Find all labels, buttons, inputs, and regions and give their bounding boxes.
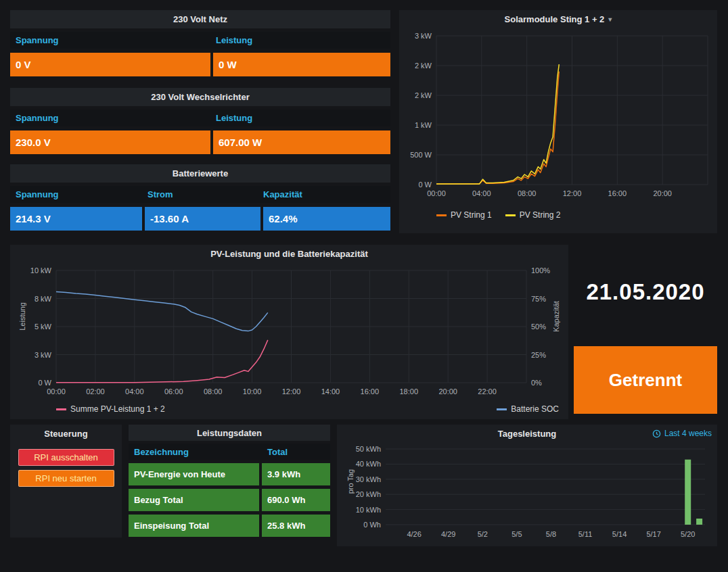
x-axis-tick: 4/26 bbox=[407, 530, 421, 538]
y-axis-label-right: Kapazität bbox=[552, 296, 560, 337]
rpi-restart-button[interactable]: RPI neu starten bbox=[18, 470, 114, 487]
panel-title-text: PV-Leistung und die Batteriekapazität bbox=[210, 249, 368, 259]
row-label: Bezug Total bbox=[129, 489, 259, 511]
x-axis-tick: 4/29 bbox=[441, 530, 455, 538]
panel-title: 230 Volt Wechselrichter bbox=[10, 88, 390, 106]
column-header-bezeichnung: Bezeichnung bbox=[129, 447, 262, 457]
value-batt-kapazitaet: 62.4% bbox=[263, 207, 390, 231]
x-axis-tick: 06:00 bbox=[164, 387, 183, 396]
x-axis-tick: 16:00 bbox=[608, 189, 627, 197]
legend-pv-string-1[interactable]: PV String 1 bbox=[436, 210, 492, 220]
legend-line-icon bbox=[436, 214, 447, 216]
y-axis-tick: 0 Wh bbox=[363, 521, 381, 529]
column-header-leistung: Leistung bbox=[210, 35, 390, 45]
x-axis-tick: 5/20 bbox=[681, 530, 695, 538]
x-axis-tick: 5/8 bbox=[546, 530, 556, 538]
tagesleistung-chart: 50 kWh40 kWh30 kWh20 kWh10 kWh0 Wh4/264/… bbox=[337, 442, 717, 545]
date-value: 21.05.2020 bbox=[586, 279, 704, 305]
y-axis-tick: 3 kW bbox=[415, 32, 432, 40]
y-axis-label-left: Leistung bbox=[18, 296, 26, 337]
panel-tagesleistung: Tagesleistung Last 4 weeks 50 kWh40 kWh3… bbox=[337, 425, 717, 546]
panel-title: Leistungsdaten bbox=[129, 425, 330, 441]
y-axis-tick: 50 kWh bbox=[356, 445, 381, 453]
x-axis-tick: 14:00 bbox=[321, 387, 340, 396]
y-axis-label: pro Tag bbox=[346, 462, 355, 500]
y-axis-tick-left: 3 kW bbox=[35, 351, 52, 359]
x-axis-tick: 12:00 bbox=[563, 189, 582, 197]
rpi-shutdown-button[interactable]: RPI ausschalten bbox=[18, 449, 114, 466]
x-axis-tick: 20:00 bbox=[653, 189, 672, 197]
legend-summe-pv[interactable]: Summe PV-Leistung 1 + 2 bbox=[56, 404, 165, 414]
panel-batteriewerte: Batteriewerte Spannung Strom Kapazität 2… bbox=[10, 164, 390, 231]
panel-title-text: Tagesleistung bbox=[498, 429, 556, 439]
value-batt-spannung: 214.3 V bbox=[10, 207, 142, 231]
value-netz-leistung: 0 W bbox=[213, 53, 390, 76]
x-axis-tick: 5/17 bbox=[646, 530, 660, 538]
panel-title: PV-Leistung und die Batteriekapazität bbox=[10, 245, 568, 262]
dashboard: 230 Volt Netz Spannung Leistung 0 V 0 W … bbox=[0, 0, 728, 572]
legend-line-icon bbox=[56, 408, 66, 410]
legend-label: Summe PV-Leistung 1 + 2 bbox=[70, 404, 165, 414]
x-axis-tick: 08:00 bbox=[518, 189, 537, 197]
y-axis-tick: 2 kW bbox=[415, 91, 432, 99]
panel-title: Tagesleistung Last 4 weeks bbox=[337, 425, 717, 442]
series-line bbox=[56, 292, 268, 331]
panel-wechselrichter: 230 Volt Wechselrichter Spannung Leistun… bbox=[10, 88, 390, 154]
bar bbox=[685, 460, 691, 525]
y-axis-tick: 30 kWh bbox=[356, 475, 381, 483]
column-header-spannung: Spannung bbox=[10, 189, 142, 199]
y-axis-tick: 0 W bbox=[418, 181, 432, 189]
panel-leistungsdaten: Leistungsdaten Bezeichnung Total PV-Ener… bbox=[129, 425, 330, 537]
y-axis-tick: 40 kWh bbox=[356, 460, 381, 468]
panel-title: 230 Volt Netz bbox=[10, 10, 390, 28]
y-axis-tick: 1 kW bbox=[415, 121, 432, 129]
y-axis-tick-left: 5 kW bbox=[35, 323, 52, 331]
y-axis-tick-left: 10 kW bbox=[30, 266, 52, 275]
table-row: Bezug Total 690.0 Wh bbox=[129, 489, 330, 511]
y-axis-tick: 20 kWh bbox=[356, 490, 381, 498]
row-value: 3.9 kWh bbox=[262, 463, 330, 485]
status-getrennt: Getrennt bbox=[574, 346, 717, 414]
y-axis-tick-left: 8 kW bbox=[35, 295, 52, 303]
panel-title-text: Steuerung bbox=[44, 429, 87, 439]
x-axis-tick: 18:00 bbox=[399, 387, 418, 396]
value-batt-strom: -13.60 A bbox=[145, 207, 260, 231]
panel-title-dropdown[interactable]: Solarmodule Sting 1 + 2 ▾ bbox=[399, 10, 717, 28]
legend-batterie-soc[interactable]: Batterie SOC bbox=[497, 404, 559, 414]
panel-title-text: Solarmodule Sting 1 + 2 bbox=[505, 14, 605, 24]
x-axis-tick: 10:00 bbox=[243, 387, 262, 396]
table-row: PV-Energie von Heute 3.9 kWh bbox=[129, 463, 330, 485]
status-label: Getrennt bbox=[609, 370, 682, 391]
row-label: PV-Energie von Heute bbox=[129, 463, 259, 485]
y-axis-tick-right: 50% bbox=[531, 323, 546, 331]
legend-pv-string-2[interactable]: PV String 2 bbox=[505, 210, 561, 220]
x-axis-tick: 5/2 bbox=[478, 530, 488, 538]
y-axis-tick-right: 0% bbox=[531, 379, 542, 387]
y-axis-tick-right: 25% bbox=[531, 351, 546, 359]
time-range-picker[interactable]: Last 4 weeks bbox=[652, 425, 712, 442]
panel-solarmodule: Solarmodule Sting 1 + 2 ▾ 3 kW2 kW2 kW1 … bbox=[399, 10, 717, 233]
x-axis-tick: 08:00 bbox=[204, 387, 223, 396]
solar-chart: 3 kW2 kW2 kW1 kW500 W0 W00:0004:0008:001… bbox=[399, 28, 717, 205]
y-axis-tick: 2 kW bbox=[415, 62, 432, 70]
bar bbox=[696, 519, 702, 525]
series-line bbox=[436, 64, 559, 184]
y-axis-tick-left: 0 W bbox=[38, 379, 51, 387]
legend-line-icon bbox=[497, 408, 507, 410]
y-axis-tick: 10 kWh bbox=[356, 506, 381, 514]
legend-line-icon bbox=[505, 214, 516, 216]
legend-label: PV String 2 bbox=[520, 210, 561, 220]
clock-icon bbox=[652, 429, 661, 438]
column-header-spannung: Spannung bbox=[10, 113, 210, 123]
column-header-leistung: Leistung bbox=[210, 113, 390, 123]
time-range-label: Last 4 weeks bbox=[664, 429, 712, 438]
x-axis-tick: 20:00 bbox=[438, 387, 457, 396]
value-wr-leistung: 607.00 W bbox=[213, 130, 390, 154]
column-header-total: Total bbox=[262, 447, 288, 457]
legend-label: Batterie SOC bbox=[511, 404, 559, 414]
column-header-spannung: Spannung bbox=[10, 35, 210, 45]
x-axis-tick: 04:00 bbox=[125, 387, 144, 396]
table-row: Einspeisung Total 25.8 kWh bbox=[129, 515, 330, 537]
value-wr-spannung: 230.0 V bbox=[10, 130, 210, 154]
chevron-down-icon: ▾ bbox=[608, 16, 612, 23]
